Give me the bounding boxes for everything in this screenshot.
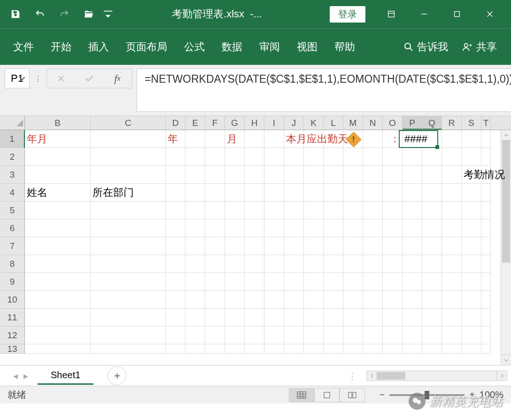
cell-F1[interactable]	[205, 130, 225, 148]
cell-H1[interactable]	[245, 130, 264, 148]
cell-E1[interactable]	[186, 130, 205, 148]
tab-page-layout[interactable]: 页面布局	[117, 29, 176, 65]
scroll-up-button[interactable]	[501, 130, 511, 140]
tab-formulas[interactable]: 公式	[176, 29, 213, 65]
svg-rect-17	[353, 392, 356, 398]
separator: ⋮	[338, 370, 366, 381]
col-header-I[interactable]: I	[264, 116, 284, 130]
col-header-J[interactable]: J	[284, 116, 304, 130]
add-sheet-button[interactable]: +	[108, 366, 126, 385]
normal-view-button[interactable]	[289, 388, 314, 402]
col-header-D[interactable]: D	[166, 116, 186, 130]
col-header-E[interactable]: E	[186, 116, 205, 130]
col-header-T[interactable]: T	[481, 116, 491, 130]
col-header-B[interactable]: B	[25, 116, 91, 130]
cell-R1[interactable]	[442, 130, 462, 148]
sheet-tab-sheet1[interactable]: Sheet1	[38, 367, 93, 385]
cell-S3[interactable]: 考勤情况	[462, 166, 491, 184]
cell-P1[interactable]: ####	[403, 130, 442, 148]
cell-O1[interactable]: ：	[383, 130, 403, 148]
cell-T1[interactable]	[481, 130, 491, 148]
cell-N1[interactable]	[363, 130, 383, 148]
sheet-prev-button[interactable]: ◂	[13, 370, 18, 381]
col-header-R[interactable]: R	[442, 116, 462, 130]
open-button[interactable]	[78, 4, 100, 24]
scroll-left-button[interactable]	[367, 371, 377, 381]
tab-file[interactable]: 文件	[5, 29, 42, 65]
cell-S1[interactable]	[462, 130, 481, 148]
cell-J1[interactable]: 本月应出勤天!	[284, 130, 304, 148]
tab-insert[interactable]: 插入	[80, 29, 117, 65]
col-header-H[interactable]: H	[245, 116, 264, 130]
cell-C4[interactable]: 所在部门	[91, 184, 166, 202]
row-6: 6	[0, 219, 511, 237]
col-header-G[interactable]: G	[225, 116, 245, 130]
spreadsheet-grid[interactable]: B C D E F G H I J K L M N O P Q R S T 1 …	[0, 116, 511, 365]
save-button[interactable]	[5, 4, 26, 24]
name-box[interactable]: P1	[5, 69, 30, 88]
page-layout-view-button[interactable]	[314, 388, 340, 402]
tab-help[interactable]: 帮助	[326, 29, 364, 65]
formula-bar[interactable]: =NETWORKDAYS(DATE($C$1,$E$1,1),EOMONTH(D…	[137, 69, 511, 112]
cell-I1[interactable]	[264, 130, 284, 148]
cell-B4[interactable]: 姓名	[25, 184, 91, 202]
svg-rect-10	[297, 392, 306, 398]
col-header-F[interactable]: F	[205, 116, 225, 130]
col-header-M[interactable]: M	[343, 116, 363, 130]
svg-rect-0	[388, 11, 395, 17]
col-header-C[interactable]: C	[91, 116, 166, 130]
row-header-2[interactable]: 2	[0, 148, 25, 166]
col-header-P[interactable]: P	[403, 116, 422, 130]
page-break-view-button[interactable]	[340, 388, 365, 402]
chevron-down-icon[interactable]	[19, 72, 25, 85]
horizontal-scrollbar[interactable]	[366, 371, 507, 381]
insert-function-button[interactable]: fx	[103, 69, 132, 88]
redo-button[interactable]	[54, 4, 75, 24]
col-header-Q[interactable]: Q	[422, 116, 442, 130]
tellme-button[interactable]: 告诉我	[404, 40, 448, 54]
svg-line-6	[410, 48, 412, 51]
tab-home[interactable]: 开始	[42, 29, 80, 65]
row-10: 10	[0, 291, 511, 309]
share-button[interactable]: 共享	[462, 40, 497, 54]
scroll-thumb[interactable]	[502, 140, 510, 263]
undo-button[interactable]	[29, 4, 51, 24]
row-header-4[interactable]: 4	[0, 184, 25, 202]
column-headers: B C D E F G H I J K L M N O P Q R S T	[0, 116, 511, 130]
qat-customize-button[interactable]	[102, 4, 114, 24]
row-12: 12	[0, 327, 511, 344]
row-4: 4 姓名 所在部门	[0, 184, 511, 202]
close-button[interactable]	[473, 4, 506, 24]
cancel-formula-button[interactable]	[47, 69, 75, 88]
col-header-S[interactable]: S	[462, 116, 481, 130]
cell-D1[interactable]: 年	[166, 130, 186, 148]
sheet-next-button[interactable]: ▸	[23, 370, 28, 381]
row-header-1[interactable]: 1	[0, 130, 25, 148]
tab-view[interactable]: 视图	[288, 29, 326, 65]
ribbon-tabs: 文件 开始 插入 页面布局 公式 数据 审阅 视图 帮助 告诉我 共享	[0, 28, 511, 65]
vertical-scrollbar[interactable]	[501, 130, 511, 365]
cell-G1[interactable]: 月	[225, 130, 245, 148]
col-header-L[interactable]: L	[324, 116, 343, 130]
enter-formula-button[interactable]	[75, 69, 103, 88]
row-9: 9	[0, 273, 511, 291]
scroll-down-button[interactable]	[501, 355, 511, 365]
cell-C1[interactable]	[91, 130, 166, 148]
scroll-thumb[interactable]	[377, 372, 405, 380]
row-1: 1 年月 年 月 本月应出勤天! ： ####	[0, 130, 511, 148]
col-header-N[interactable]: N	[363, 116, 383, 130]
col-header-O[interactable]: O	[383, 116, 403, 130]
maximize-button[interactable]	[441, 4, 473, 24]
select-all-corner[interactable]	[0, 116, 25, 130]
minimize-button[interactable]	[408, 4, 441, 24]
col-header-K[interactable]: K	[304, 116, 324, 130]
tab-data[interactable]: 数据	[213, 29, 251, 65]
row-header-3[interactable]: 3	[0, 166, 25, 184]
cell-B1[interactable]: 年月	[25, 130, 91, 148]
login-button[interactable]: 登录	[330, 6, 365, 23]
zoom-out-button[interactable]: −	[379, 389, 385, 400]
tab-review[interactable]: 审阅	[251, 29, 288, 65]
ribbon-display-button[interactable]	[375, 4, 408, 24]
scroll-right-button[interactable]	[496, 371, 507, 381]
row-2: 2	[0, 148, 511, 166]
